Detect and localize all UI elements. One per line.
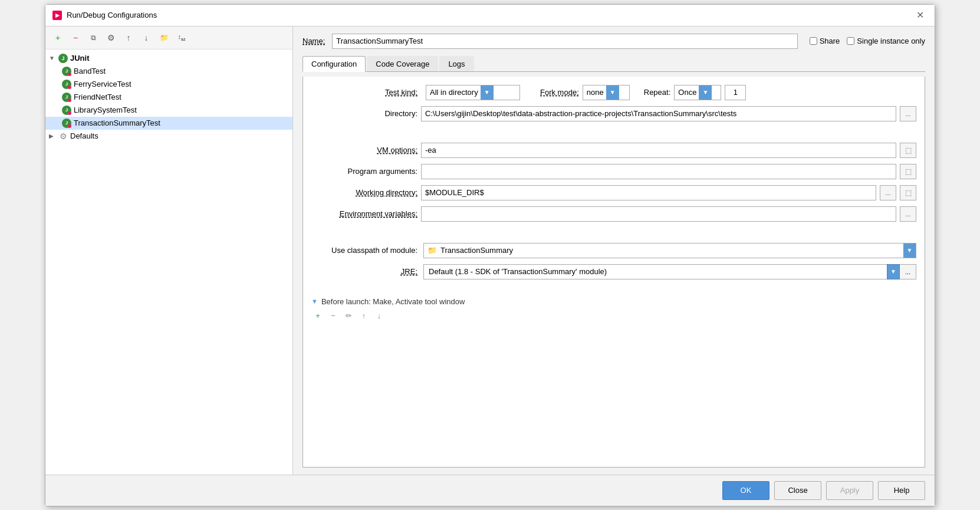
vm-options-expand-button[interactable]: ⬚ — [900, 143, 916, 158]
left-toolbar: + − ⧉ ⚙ ↑ ↓ 📁 — [45, 27, 292, 50]
directory-browse-button[interactable]: ... — [900, 106, 916, 121]
jre-input[interactable] — [423, 264, 887, 279]
help-button[interactable]: Help — [878, 481, 925, 500]
test-kind-row: Test kind: All in directory ▼ Fork mode:… — [311, 85, 916, 100]
main-content: + − ⧉ ⚙ ↑ ↓ 📁 — [45, 27, 935, 475]
copy-config-button[interactable]: ⧉ — [85, 30, 101, 45]
repeat-arrow[interactable]: ▼ — [699, 85, 712, 100]
test-kind-select[interactable]: All in directory ▼ — [426, 85, 520, 100]
close-dialog-button[interactable]: Close — [774, 481, 821, 500]
before-launch-move-down-button[interactable]: ↓ — [373, 310, 386, 323]
env-vars-browse-button[interactable]: ... — [900, 206, 916, 222]
share-checkbox[interactable] — [810, 37, 817, 45]
vm-options-input[interactable] — [421, 143, 896, 158]
module-select[interactable]: 📁 TransactionSummary — [423, 243, 903, 258]
share-checkbox-label[interactable]: Share — [810, 37, 840, 45]
name-input[interactable] — [332, 34, 797, 49]
test-item-icon: J — [62, 80, 71, 89]
test-item-icon: J — [62, 93, 71, 102]
tree-item-bandtest[interactable]: J BandTest — [45, 65, 292, 78]
move-up-button[interactable]: ↑ — [121, 30, 136, 45]
jre-dropdown-arrow[interactable]: ▼ — [887, 264, 900, 279]
jre-browse-button[interactable]: ... — [900, 264, 916, 279]
tree-group-junit[interactable]: ▼ J JUnit — [45, 52, 292, 65]
before-launch-edit-button[interactable]: ✏ — [342, 310, 355, 323]
dialog-title: Run/Debug Configurations — [67, 11, 908, 19]
module-dropdown-arrow[interactable]: ▼ — [903, 243, 916, 258]
repeat-group: Repeat: Once ▼ — [644, 85, 746, 100]
before-launch-add-button[interactable]: + — [311, 310, 324, 323]
before-launch-label: Before launch: Make, Activate tool windo… — [321, 297, 465, 306]
arrow-up-icon: ↑ — [127, 33, 131, 42]
tab-configuration[interactable]: Configuration — [302, 56, 366, 72]
close-button[interactable]: ✕ — [913, 9, 928, 21]
fork-mode-arrow[interactable]: ▼ — [606, 85, 619, 100]
tree-item-ferryservice[interactable]: J FerryServiceTest — [45, 78, 292, 91]
before-launch-remove-button[interactable]: − — [327, 310, 340, 323]
fork-mode-label: Fork mode: — [540, 88, 579, 97]
single-instance-checkbox[interactable] — [847, 37, 854, 45]
ok-button[interactable]: OK — [722, 481, 769, 500]
remove-config-button[interactable]: − — [68, 30, 83, 45]
before-launch-section: ▼ Before launch: Make, Activate tool win… — [311, 297, 916, 326]
classpath-row: Use classpath of module: 📁 TransactionSu… — [311, 243, 916, 258]
working-dir-expand-button[interactable]: ⬚ — [900, 185, 916, 200]
before-launch-header: ▼ Before launch: Make, Activate tool win… — [311, 297, 916, 306]
test-kind-arrow[interactable]: ▼ — [481, 85, 494, 100]
repeat-count-input[interactable] — [725, 85, 746, 100]
app-icon: ▶ — [52, 11, 62, 20]
sort-button[interactable]: ↕az — [174, 30, 189, 45]
repeat-select[interactable]: Once ▼ — [674, 85, 721, 100]
working-dir-row: Working directory: ... ⬚ — [311, 185, 916, 200]
env-vars-row: Environment variables: ... — [311, 206, 916, 222]
classpath-label: Use classpath of module: — [311, 246, 417, 255]
name-row: Name: Share Single instance only — [302, 34, 925, 49]
test-item-icon: J — [62, 119, 71, 128]
tab-code-coverage[interactable]: Code Coverage — [367, 56, 438, 71]
tabs-bar: Configuration Code Coverage Logs — [302, 56, 925, 72]
defaults-icon: ⚙ — [58, 131, 68, 141]
expand-icon: ▼ — [49, 55, 56, 61]
single-instance-checkbox-label[interactable]: Single instance only — [847, 37, 925, 45]
directory-row: Directory: ... — [311, 106, 916, 121]
vm-options-label: VM options: — [311, 146, 417, 154]
working-dir-input[interactable] — [421, 185, 876, 200]
program-args-label: Program arguments: — [311, 167, 417, 176]
expand-icon: ⬚ — [905, 167, 912, 176]
folder-icon: 📁 — [160, 34, 169, 42]
move-down-button[interactable]: ↓ — [139, 30, 154, 45]
working-dir-browse-button[interactable]: ... — [880, 185, 896, 200]
config-tree: ▼ J JUnit J BandTest J — [45, 50, 292, 475]
tree-item-friendnet[interactable]: J FriendNetTest — [45, 91, 292, 104]
directory-input[interactable] — [421, 106, 896, 121]
config-panel: Test kind: All in directory ▼ Fork mode:… — [302, 77, 925, 468]
folder-button[interactable]: 📁 — [156, 30, 172, 45]
module-icon: 📁 — [427, 246, 437, 255]
tree-item-label: TransactionSummaryTest — [74, 119, 160, 127]
settings-button[interactable]: ⚙ — [103, 30, 119, 45]
share-row: Share Single instance only — [810, 37, 925, 45]
separator-1 — [311, 127, 916, 137]
fork-mode-select[interactable]: none ▼ — [583, 85, 630, 100]
program-args-input[interactable] — [421, 164, 896, 179]
program-args-expand-button[interactable]: ⬚ — [900, 164, 916, 179]
expand-defaults-icon: ▶ — [49, 133, 56, 139]
test-kind-label: Test kind: — [311, 88, 417, 97]
tree-item-label: FriendNetTest — [74, 93, 121, 101]
before-launch-move-up-button[interactable]: ↑ — [357, 310, 370, 323]
module-select-row: 📁 TransactionSummary ▼ — [423, 243, 916, 258]
tree-item-label: FerryServiceTest — [74, 80, 131, 88]
tree-item-librarysystem[interactable]: J LibrarySystemTest — [45, 104, 292, 117]
tree-group-defaults[interactable]: ▶ ⚙ Defaults — [45, 130, 292, 143]
tree-item-transactionsummary[interactable]: J TransactionSummaryTest — [45, 117, 292, 130]
repeat-label: Repeat: — [644, 88, 671, 97]
apply-button[interactable]: Apply — [826, 481, 873, 500]
add-config-button[interactable]: + — [50, 30, 65, 45]
left-panel: + − ⧉ ⚙ ↑ ↓ 📁 — [45, 27, 293, 475]
env-vars-input[interactable] — [421, 206, 896, 222]
program-args-row: Program arguments: ⬚ — [311, 164, 916, 179]
tab-logs[interactable]: Logs — [439, 56, 473, 71]
separator-2 — [311, 228, 916, 237]
fork-mode-group: Fork mode: none ▼ — [540, 85, 630, 100]
junit-group-label: JUnit — [70, 54, 90, 62]
